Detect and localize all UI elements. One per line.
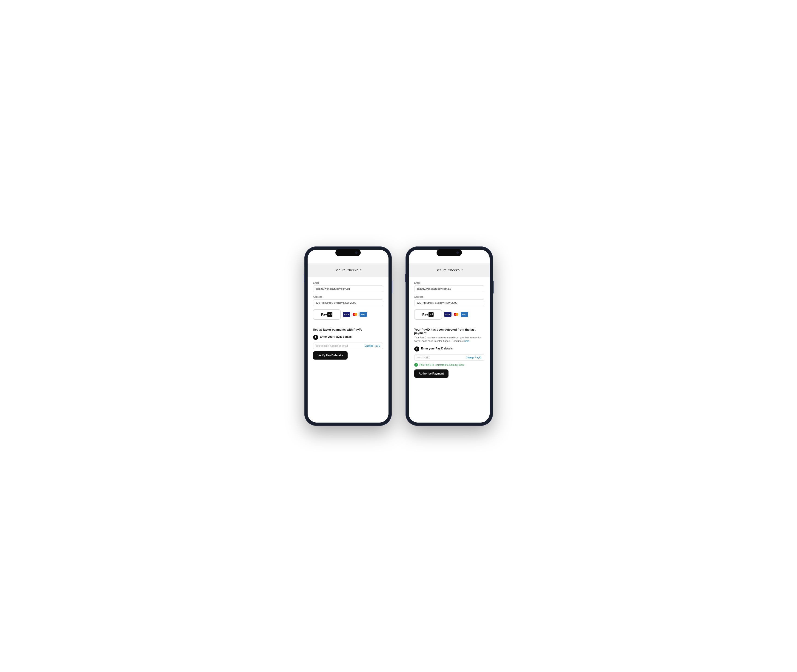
mastercard-icon-2 xyxy=(452,312,460,317)
address-input-2[interactable]: 320 Pitt Street, Sydney NSW 2000 xyxy=(414,299,484,306)
payid-masked-value: *** *** *251 xyxy=(417,356,464,359)
step-circle-1: 1 xyxy=(313,335,318,340)
dynamic-island-2 xyxy=(437,249,462,256)
verify-payid-button-1[interactable]: Verify PayID details xyxy=(313,351,348,360)
payid-detected-desc: Your PayID has been securely saved from … xyxy=(414,336,484,343)
payid-verified-text: This PayID is registered to Sammy Won xyxy=(419,363,464,366)
address-field-group-1: Address 320 Pitt Street, Sydney NSW 2000 xyxy=(313,295,383,306)
payto-button-1[interactable]: Pay to xyxy=(313,309,341,320)
checkout-header-2: Secure Checkout xyxy=(409,264,490,277)
svg-text:to: to xyxy=(328,314,330,316)
email-input-1[interactable]: sammy.won@azupay.com.au xyxy=(313,285,383,292)
form-area-1: Email sammy.won@azupay.com.au Address 32… xyxy=(307,277,389,328)
mastercard-icon-1 xyxy=(351,312,358,317)
step-circle-2: 1 xyxy=(414,346,419,352)
payid-input-row-2[interactable]: *** *** *251 Change PayID xyxy=(414,354,484,361)
email-label-1: Email xyxy=(313,282,383,284)
phone-2-screen: Secure Checkout Email sammy.won@azupay.c… xyxy=(409,250,490,422)
phone-2: Secure Checkout Email sammy.won@azupay.c… xyxy=(405,246,493,426)
visa-icon-1: VISA xyxy=(343,312,350,317)
svg-text:to: to xyxy=(430,314,432,316)
phone-1-screen: Secure Checkout Email sammy.won@azupay.c… xyxy=(307,250,389,422)
checkout-title-2: Secure Checkout xyxy=(435,268,463,272)
read-more-link[interactable]: here xyxy=(464,339,469,342)
payto-icon-svg-1: to xyxy=(327,312,333,317)
payto-logo-1: Pay to xyxy=(321,312,333,317)
payid-placeholder-1: Your mobile number or email xyxy=(315,344,363,347)
payto-section-2: 1 Enter your PayID details *** *** *251 … xyxy=(409,346,490,378)
checkout-header-1: Secure Checkout xyxy=(307,264,389,277)
dynamic-island-1 xyxy=(335,249,361,256)
phones-container: Secure Checkout Email sammy.won@azupay.c… xyxy=(304,246,493,426)
phone-1: Secure Checkout Email sammy.won@azupay.c… xyxy=(304,246,392,426)
payto-section-1: Set up faster payments with PayTo 1 Ente… xyxy=(307,328,389,360)
step-row-2: 1 Enter your PayID details xyxy=(414,346,484,352)
payid-detected-banner: Your PayID has been detected from the la… xyxy=(409,328,490,343)
step-label-1: Enter your PayID details xyxy=(320,334,352,338)
address-label-1: Address xyxy=(313,295,383,298)
address-input-1[interactable]: 320 Pitt Street, Sydney NSW 2000 xyxy=(313,299,383,306)
email-field-group-2: Email sammy.won@azupay.com.au xyxy=(414,282,484,292)
email-field-group-1: Email sammy.won@azupay.com.au xyxy=(313,282,383,292)
phone-1-inner: Secure Checkout Email sammy.won@azupay.c… xyxy=(307,250,389,422)
address-label-2: Address xyxy=(414,295,484,298)
email-input-2[interactable]: sammy.won@azupay.com.au xyxy=(414,285,484,292)
phone-2-inner: Secure Checkout Email sammy.won@azupay.c… xyxy=(409,250,490,422)
payment-methods-row-2: Pay to VISA xyxy=(414,309,484,320)
change-payid-link-1[interactable]: Change PayID xyxy=(365,344,380,347)
payid-detected-title: Your PayID has been detected from the la… xyxy=(414,328,484,335)
step-label-2: Enter your PayID details xyxy=(421,346,453,350)
authorize-payment-button[interactable]: Authorise Payment xyxy=(414,370,448,378)
verified-check-icon xyxy=(414,363,418,367)
payid-verified-row: This PayID is registered to Sammy Won xyxy=(414,363,484,367)
form-area-2: Email sammy.won@azupay.com.au Address 32… xyxy=(409,277,490,328)
change-payid-link-2[interactable]: Change PayID xyxy=(466,356,482,359)
payid-input-row-1[interactable]: Your mobile number or email Change PayID xyxy=(313,342,383,349)
payto-icon-svg-2: to xyxy=(429,312,434,317)
checkout-title-1: Secure Checkout xyxy=(334,268,362,272)
visa-icon-2: VISA xyxy=(444,312,451,317)
card-icons-2: VISA AMEX xyxy=(444,312,468,317)
payment-methods-row-1: Pay to VISA xyxy=(313,309,383,320)
payto-button-2[interactable]: Pay to xyxy=(414,309,442,320)
email-label-2: Email xyxy=(414,282,484,284)
amex-icon-2: AMEX xyxy=(461,312,468,317)
card-icons-1: VISA AMEX xyxy=(343,312,367,317)
step-row-1: 1 Enter your PayID details xyxy=(313,334,383,340)
amex-icon-1: AMEX xyxy=(360,312,367,317)
payto-logo-2: Pay to xyxy=(422,312,434,317)
address-field-group-2: Address 320 Pitt Street, Sydney NSW 2000 xyxy=(414,295,484,306)
payto-setup-title-1: Set up faster payments with PayTo xyxy=(313,328,383,331)
